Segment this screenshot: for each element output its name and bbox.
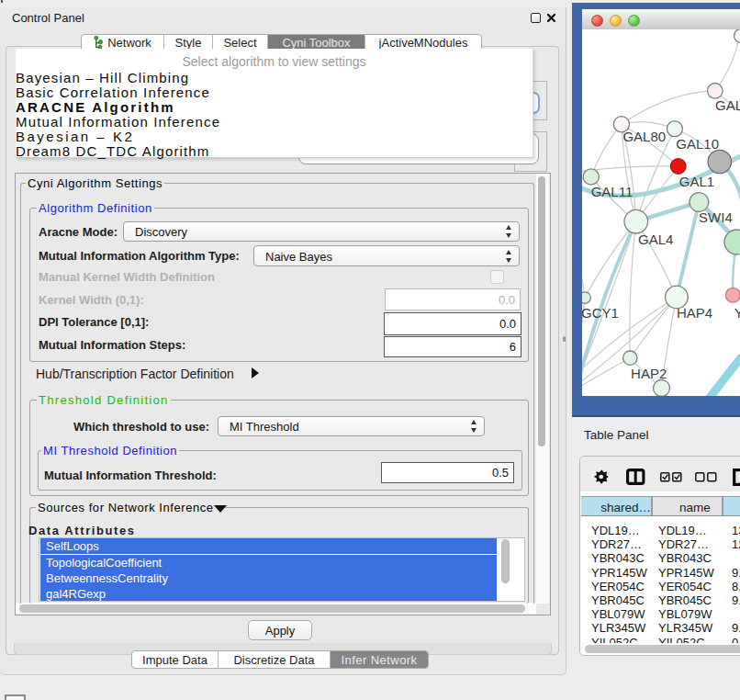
svg-text:HAP2: HAP2 bbox=[631, 366, 667, 381]
svg-text:GAL10: GAL10 bbox=[676, 136, 719, 152]
svg-text:Y: Y bbox=[734, 305, 740, 321]
svg-text:GAL1: GAL1 bbox=[679, 174, 714, 189]
svg-text:GAL80: GAL80 bbox=[622, 129, 666, 144]
svg-text:GAL4: GAL4 bbox=[638, 231, 673, 247]
svg-text:GAL11: GAL11 bbox=[591, 184, 633, 199]
svg-text:HAP4: HAP4 bbox=[677, 305, 712, 321]
svg-text:SWI4: SWI4 bbox=[699, 209, 733, 225]
svg-text:GCY1: GCY1 bbox=[582, 305, 619, 321]
svg-text:GAL: GAL bbox=[715, 97, 740, 113]
